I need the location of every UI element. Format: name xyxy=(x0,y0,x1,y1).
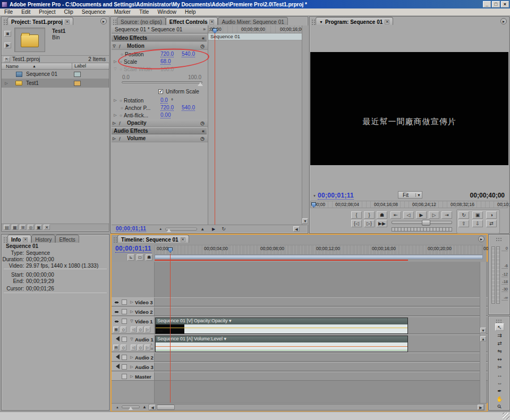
sync-lock-box[interactable] xyxy=(122,364,127,370)
toggle-track-output-icon[interactable] xyxy=(113,354,120,359)
effect-enable-icon[interactable]: ƒ xyxy=(117,136,123,141)
scale-slider[interactable] xyxy=(122,81,202,83)
collapse-section-icon[interactable]: « xyxy=(202,128,205,134)
lift-button[interactable]: ⇧ xyxy=(458,220,469,227)
prev-keyframe-icon[interactable]: ◁ xyxy=(131,345,137,350)
go-to-out-button[interactable]: ⇥ xyxy=(441,211,452,219)
effect-row-volume[interactable]: ▷ ƒ Volume ◷ xyxy=(112,135,208,142)
menu-project[interactable]: Project xyxy=(35,9,60,15)
column-name[interactable]: Name xyxy=(2,64,19,69)
opacity-rubber-band[interactable] xyxy=(156,328,407,328)
stopwatch-icon[interactable]: ○ xyxy=(118,59,124,64)
expander-icon[interactable]: ▷ xyxy=(129,365,134,369)
effect-row-opacity[interactable]: ▷ ƒ Opacity ◷ xyxy=(112,119,208,127)
toggle-track-output-icon[interactable] xyxy=(114,320,120,323)
zoom-out-icon[interactable]: ▲ xyxy=(159,227,162,230)
track-row-audio2[interactable]: ▷ Audio 2 xyxy=(112,353,488,362)
uniform-scale-checkbox[interactable]: ✓ xyxy=(158,89,163,94)
output-button[interactable]: ◑ xyxy=(486,211,497,219)
toggle-track-output-icon[interactable] xyxy=(114,310,120,314)
tab-audio-mixer[interactable]: Audio Mixer: Sequence 01 xyxy=(218,17,287,25)
zoom-level-select[interactable]: Fit ▼ xyxy=(398,191,422,199)
stopwatch-icon[interactable]: ○ xyxy=(119,52,125,57)
set-in-point-button[interactable]: { xyxy=(351,211,362,219)
loop-icon[interactable]: ↻ xyxy=(222,226,226,232)
expander-icon[interactable]: ▷ xyxy=(113,98,118,102)
slider-handle[interactable] xyxy=(198,80,203,86)
expander-icon[interactable]: ▷ xyxy=(129,374,134,379)
add-keyframe-icon[interactable]: ◇ xyxy=(138,345,143,350)
track-row-audio1[interactable]: ▽ Audio 1 ▤ ◇ ◁ ◇ ▷ L R Sequence 01 [A] … xyxy=(112,335,488,352)
program-timebar[interactable]: 00;00 00;02;08;04 00;04;16;08 00;06;24;1… xyxy=(310,201,508,208)
step-forward-button[interactable]: ▷ xyxy=(429,211,439,219)
encore-marker-icon[interactable]: ▭ xyxy=(137,254,143,261)
timecode-flyout-icon[interactable]: ▼ xyxy=(313,194,316,198)
zoom-out-icon[interactable]: ▲ xyxy=(116,406,119,409)
expander-icon[interactable]: ▷ xyxy=(129,300,134,304)
go-to-next-edit-button[interactable]: ▷} xyxy=(364,220,375,227)
resize-grip[interactable] xyxy=(503,413,509,419)
anchor-y-value[interactable]: 540.0 xyxy=(182,105,195,111)
close-tab-icon[interactable]: × xyxy=(65,20,70,24)
label-swatch[interactable] xyxy=(74,81,81,86)
stopwatch-icon[interactable]: ○ xyxy=(119,106,125,110)
next-keyframe-icon[interactable]: ▷ xyxy=(144,345,150,350)
tab-project[interactable]: Project: Test1.prproj × xyxy=(7,17,73,25)
tab-effect-controls[interactable]: Effect Controls × xyxy=(166,17,218,25)
tab-timeline[interactable]: Timeline: Sequence 01 × xyxy=(117,235,189,243)
scroll-left-icon[interactable]: ◀ xyxy=(149,405,156,410)
snap-toggle-icon[interactable]: ⊾ xyxy=(128,254,134,261)
expander-icon[interactable]: ▷ xyxy=(113,59,118,64)
ripple-edit-tool[interactable]: ⇄ xyxy=(495,340,504,347)
panel-grip[interactable] xyxy=(3,237,7,243)
menu-file[interactable]: File xyxy=(0,9,17,15)
audio-clip-header[interactable]: Sequence 01 [A] Volume:Level ▾ xyxy=(156,336,407,342)
timeline-ruler[interactable]: 00;00 00;00;04;00 00;00;08;00 00;00;12;0… xyxy=(155,245,483,255)
scroll-down-icon[interactable]: ▼ xyxy=(302,218,308,224)
video-clip[interactable]: Sequence 01 [V] Opacity:Opacity ▾ ··· ··… xyxy=(155,318,408,334)
trim-button[interactable]: ⇄ xyxy=(486,220,497,227)
shuttle-slider[interactable] xyxy=(392,221,452,224)
set-display-style-icon[interactable]: ▤ xyxy=(113,345,119,350)
menu-window[interactable]: Window xyxy=(153,9,181,15)
pen-tool[interactable]: ✒ xyxy=(495,388,504,395)
razor-tool[interactable]: ✂ xyxy=(495,364,504,371)
safe-margins-button[interactable]: ▣ xyxy=(472,211,483,219)
tab-history[interactable]: History xyxy=(31,235,55,243)
minimize-button[interactable]: _ xyxy=(483,1,491,7)
collapse-section-icon[interactable]: « xyxy=(202,36,205,41)
panel-grip[interactable] xyxy=(311,19,315,25)
expander-icon[interactable]: ▷ xyxy=(112,136,117,141)
add-keyframe-icon[interactable]: ◇ xyxy=(138,327,143,332)
panel-grip[interactable] xyxy=(496,237,502,241)
sync-lock-box[interactable] xyxy=(122,337,127,342)
label-swatch[interactable] xyxy=(74,72,81,77)
next-keyframe-icon[interactable]: ▷ xyxy=(144,327,150,332)
zoom-slider[interactable] xyxy=(165,228,197,230)
close-tab-icon[interactable]: × xyxy=(181,237,185,242)
antiflicker-value[interactable]: 0.00 xyxy=(160,112,171,118)
anchor-x-value[interactable]: 720.0 xyxy=(160,105,174,111)
step-back-button[interactable]: ◁ xyxy=(403,211,414,219)
extract-button[interactable]: ⇩ xyxy=(472,220,483,227)
poster-frame-icon[interactable]: ◙ xyxy=(4,31,11,37)
menu-help[interactable]: Help xyxy=(181,9,200,15)
loop-button[interactable]: ↻ xyxy=(458,211,469,219)
column-label[interactable]: Label xyxy=(72,63,86,70)
prev-keyframe-icon[interactable]: ◁ xyxy=(131,327,137,332)
sync-lock-box[interactable] xyxy=(122,319,127,324)
track-row-video3[interactable]: ▷ Video 3 xyxy=(112,297,488,306)
set-display-style-icon[interactable]: ▦ xyxy=(113,327,119,332)
toggle-track-output-icon[interactable] xyxy=(114,301,120,304)
sync-lock-box[interactable] xyxy=(122,355,127,360)
slide-tool[interactable]: ⇔ xyxy=(495,380,504,387)
automate-icon[interactable]: ⊞ xyxy=(20,225,26,230)
show-hide-timeline-icon[interactable]: » xyxy=(203,27,206,32)
zoom-in-icon[interactable]: ▲ xyxy=(200,227,205,232)
audio-clip[interactable]: Sequence 01 [A] Volume:Level ▾ xyxy=(155,336,408,352)
shuttle-handle[interactable] xyxy=(422,220,430,226)
position-x-value[interactable]: 720.0 xyxy=(160,51,174,57)
rolling-edit-tool[interactable]: ⇋ xyxy=(495,348,504,355)
scale-value[interactable]: 68.0 xyxy=(160,58,171,65)
set-marker-button[interactable]: ☗ xyxy=(377,211,387,219)
